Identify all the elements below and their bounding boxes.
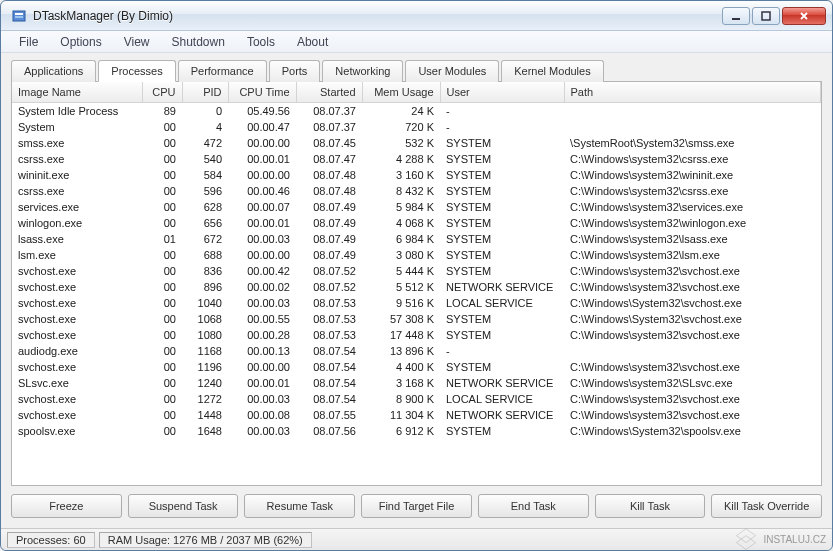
cell-started: 08.07.54 — [296, 343, 362, 359]
status-ram: RAM Usage: 1276 MB / 2037 MB (62%) — [99, 532, 312, 548]
tab-performance[interactable]: Performance — [178, 60, 267, 82]
cell-cpu: 00 — [142, 359, 182, 375]
menu-view[interactable]: View — [114, 33, 160, 51]
cell-name: System — [12, 119, 142, 135]
cell-cpu: 01 — [142, 231, 182, 247]
col-cpu[interactable]: CPU — [142, 82, 182, 103]
table-row[interactable]: svchost.exe00144800.00.0808.07.5511 304 … — [12, 407, 821, 423]
table-row[interactable]: SLsvc.exe00124000.00.0108.07.543 168 KNE… — [12, 375, 821, 391]
process-table-scroll[interactable]: Image Name CPU PID CPU Time Started Mem … — [12, 82, 821, 485]
tab-user-modules[interactable]: User Modules — [405, 60, 499, 82]
table-row[interactable]: spoolsv.exe00164800.00.0308.07.566 912 K… — [12, 423, 821, 439]
tab-kernel-modules[interactable]: Kernel Modules — [501, 60, 603, 82]
end-task-button[interactable]: End Task — [478, 494, 589, 518]
tab-networking[interactable]: Networking — [322, 60, 403, 82]
cell-cpu: 00 — [142, 295, 182, 311]
cell-pid: 1196 — [182, 359, 228, 375]
cell-user: - — [440, 103, 564, 120]
cell-path: C:\Windows\system32\csrss.exe — [564, 183, 821, 199]
cell-cpu: 00 — [142, 183, 182, 199]
cell-cputime: 00.00.00 — [228, 167, 296, 183]
cell-path: C:\Windows\System32\svchost.exe — [564, 295, 821, 311]
menu-about[interactable]: About — [287, 33, 338, 51]
minimize-button[interactable] — [722, 7, 750, 25]
table-row[interactable]: winlogon.exe0065600.00.0108.07.494 068 K… — [12, 215, 821, 231]
kill-task-button[interactable]: Kill Task — [595, 494, 706, 518]
cell-path: C:\Windows\System32\spoolsv.exe — [564, 423, 821, 439]
table-row[interactable]: System Idle Process89005.49.5608.07.3724… — [12, 103, 821, 120]
col-path[interactable]: Path — [564, 82, 821, 103]
cell-cputime: 00.00.28 — [228, 327, 296, 343]
cell-pid: 0 — [182, 103, 228, 120]
cell-cpu: 00 — [142, 199, 182, 215]
cell-pid: 584 — [182, 167, 228, 183]
table-row[interactable]: svchost.exe00104000.00.0308.07.539 516 K… — [12, 295, 821, 311]
menu-options[interactable]: Options — [50, 33, 111, 51]
table-row[interactable]: audiodg.exe00116800.00.1308.07.5413 896 … — [12, 343, 821, 359]
col-user[interactable]: User — [440, 82, 564, 103]
maximize-button[interactable] — [752, 7, 780, 25]
table-row[interactable]: svchost.exe0083600.00.4208.07.525 444 KS… — [12, 263, 821, 279]
cell-cpu: 00 — [142, 343, 182, 359]
table-row[interactable]: svchost.exe00108000.00.2808.07.5317 448 … — [12, 327, 821, 343]
table-row[interactable]: csrss.exe0059600.00.4608.07.488 432 KSYS… — [12, 183, 821, 199]
menubar: File Options View Shutdown Tools About — [1, 31, 832, 53]
tab-applications[interactable]: Applications — [11, 60, 96, 82]
table-row[interactable]: smss.exe0047200.00.0008.07.45532 KSYSTEM… — [12, 135, 821, 151]
cell-user: NETWORK SERVICE — [440, 407, 564, 423]
cell-cpu: 00 — [142, 167, 182, 183]
freeze-button[interactable]: Freeze — [11, 494, 122, 518]
svg-rect-1 — [15, 13, 23, 15]
table-row[interactable]: svchost.exe00106800.00.5508.07.5357 308 … — [12, 311, 821, 327]
cell-pid: 4 — [182, 119, 228, 135]
cell-started: 08.07.45 — [296, 135, 362, 151]
col-pid[interactable]: PID — [182, 82, 228, 103]
cell-started: 08.07.56 — [296, 423, 362, 439]
cell-name: svchost.exe — [12, 327, 142, 343]
table-row[interactable]: svchost.exe00127200.00.0308.07.548 900 K… — [12, 391, 821, 407]
cell-pid: 672 — [182, 231, 228, 247]
menu-shutdown[interactable]: Shutdown — [162, 33, 235, 51]
cell-cputime: 05.49.56 — [228, 103, 296, 120]
menu-tools[interactable]: Tools — [237, 33, 285, 51]
titlebar[interactable]: DTaskManager (By Dimio) — [1, 1, 832, 31]
cell-cpu: 89 — [142, 103, 182, 120]
kill-task-override-button[interactable]: Kill Task Override — [711, 494, 822, 518]
cell-started: 08.07.52 — [296, 279, 362, 295]
action-buttons: Freeze Suspend Task Resume Task Find Tar… — [11, 486, 822, 524]
cell-user: LOCAL SERVICE — [440, 295, 564, 311]
col-started[interactable]: Started — [296, 82, 362, 103]
table-row[interactable]: lsass.exe0167200.00.0308.07.496 984 KSYS… — [12, 231, 821, 247]
resume-task-button[interactable]: Resume Task — [244, 494, 355, 518]
table-row[interactable]: wininit.exe0058400.00.0008.07.483 160 KS… — [12, 167, 821, 183]
cell-cputime: 00.00.00 — [228, 359, 296, 375]
tab-ports[interactable]: Ports — [269, 60, 321, 82]
cell-path: C:\Windows\system32\svchost.exe — [564, 263, 821, 279]
table-row[interactable]: System00400.00.4708.07.37720 K- — [12, 119, 821, 135]
close-button[interactable] — [782, 7, 826, 25]
cell-cpu: 00 — [142, 279, 182, 295]
cell-pid: 596 — [182, 183, 228, 199]
table-row[interactable]: lsm.exe0068800.00.0008.07.493 080 KSYSTE… — [12, 247, 821, 263]
cell-cputime: 00.00.00 — [228, 247, 296, 263]
col-mem-usage[interactable]: Mem Usage — [362, 82, 440, 103]
tab-processes[interactable]: Processes — [98, 60, 175, 82]
cell-path: C:\Windows\system32\svchost.exe — [564, 391, 821, 407]
cell-started: 08.07.49 — [296, 215, 362, 231]
find-target-file-button[interactable]: Find Target File — [361, 494, 472, 518]
menu-file[interactable]: File — [9, 33, 48, 51]
watermark-icon — [733, 527, 759, 552]
cell-user: SYSTEM — [440, 151, 564, 167]
table-row[interactable]: svchost.exe0089600.00.0208.07.525 512 KN… — [12, 279, 821, 295]
cell-started: 08.07.54 — [296, 375, 362, 391]
cell-started: 08.07.49 — [296, 199, 362, 215]
table-row[interactable]: csrss.exe0054000.00.0108.07.474 288 KSYS… — [12, 151, 821, 167]
cell-pid: 540 — [182, 151, 228, 167]
col-cpu-time[interactable]: CPU Time — [228, 82, 296, 103]
app-icon — [11, 8, 27, 24]
table-row[interactable]: svchost.exe00119600.00.0008.07.544 400 K… — [12, 359, 821, 375]
table-row[interactable]: services.exe0062800.00.0708.07.495 984 K… — [12, 199, 821, 215]
col-image-name[interactable]: Image Name — [12, 82, 142, 103]
suspend-task-button[interactable]: Suspend Task — [128, 494, 239, 518]
cell-name: lsm.exe — [12, 247, 142, 263]
